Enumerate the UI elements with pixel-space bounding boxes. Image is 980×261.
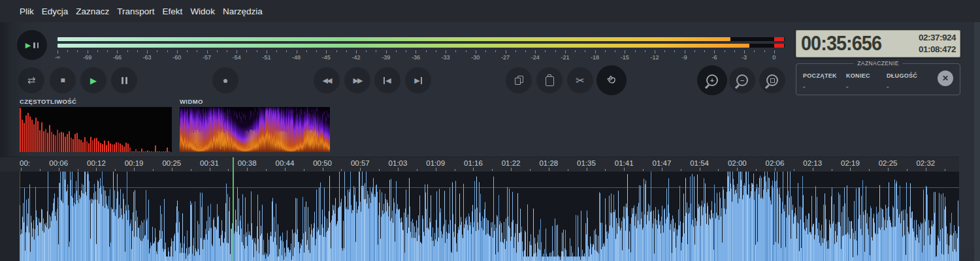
meter-minor-tick bbox=[426, 50, 427, 52]
selection-end-value: - bbox=[846, 82, 849, 90]
meter-minor-tick bbox=[635, 50, 636, 52]
ruler-time-label: 02:19 bbox=[841, 159, 860, 167]
spectrogram[interactable] bbox=[180, 107, 330, 152]
ruler-minor-tick bbox=[605, 169, 606, 171]
zoom-out-button[interactable]: – bbox=[729, 67, 755, 93]
ruler-major-tick bbox=[59, 168, 59, 171]
meter-minor-tick bbox=[346, 50, 347, 52]
skip-to-end-button[interactable]: ▶ bbox=[405, 67, 431, 93]
zoom-to-selection-button[interactable] bbox=[759, 67, 785, 93]
ruler-major-tick bbox=[737, 168, 738, 171]
audio-editor-app: Plik Edycja Zaznacz Transport Efekt Wido… bbox=[0, 0, 980, 261]
meter-scale-label: -18 bbox=[591, 54, 599, 61]
meter-minor-tick bbox=[127, 50, 128, 52]
meter-minor-tick bbox=[77, 50, 78, 52]
paste-button[interactable] bbox=[536, 67, 563, 93]
meter-minor-tick bbox=[545, 50, 546, 52]
meter-minor-tick bbox=[694, 50, 695, 52]
meter-major-tick bbox=[57, 50, 58, 54]
meter-major-tick bbox=[416, 50, 416, 54]
play-pause-button[interactable]: ▶ bbox=[17, 30, 47, 60]
meter-minor-tick bbox=[137, 50, 138, 52]
loop-button[interactable]: ⇄ bbox=[18, 67, 44, 93]
meter-peak-right bbox=[774, 44, 784, 48]
rewind-button[interactable]: ◀◀ bbox=[314, 67, 340, 93]
ruler-minor-tick bbox=[455, 169, 455, 171]
ruler-minor-tick bbox=[304, 169, 304, 171]
record-icon: ● bbox=[223, 75, 228, 85]
menu-narzedzia[interactable]: Narzędzia bbox=[223, 7, 263, 16]
meter-major-tick bbox=[297, 50, 297, 54]
meter-minor-tick bbox=[674, 50, 675, 52]
ruler-minor-tick bbox=[945, 169, 945, 171]
meter-minor-tick bbox=[585, 50, 585, 52]
meter-major-tick bbox=[774, 50, 775, 54]
meter-minor-tick bbox=[217, 50, 218, 52]
frequency-analyzer[interactable] bbox=[20, 107, 172, 152]
meter-major-tick bbox=[506, 50, 506, 54]
menu-efekt[interactable]: Efekt bbox=[163, 7, 183, 16]
spectrogram-label: WIDMO bbox=[180, 98, 203, 105]
ruler-minor-tick bbox=[417, 169, 417, 171]
ruler-minor-tick bbox=[40, 169, 41, 171]
meter-major-tick bbox=[565, 50, 566, 54]
meter-scale-label: -3 bbox=[742, 54, 747, 61]
loop-icon: ⇄ bbox=[27, 74, 36, 86]
meter-scale-label: -60 bbox=[172, 54, 181, 61]
vertical-scrollbar[interactable] bbox=[974, 22, 980, 261]
menu-transport[interactable]: Transport bbox=[117, 7, 154, 16]
meter-scale-label: -51 bbox=[262, 54, 270, 61]
track-start-marker bbox=[20, 172, 20, 261]
selection-start-label: POCZĄTEK bbox=[803, 72, 837, 79]
meter-minor-tick bbox=[645, 50, 645, 52]
ruler-minor-tick bbox=[341, 169, 342, 171]
hand-tool-button[interactable] bbox=[596, 65, 627, 95]
cut-button[interactable]: ✂ bbox=[567, 67, 593, 93]
time-display: 00:35:656 02:37:924 01:08:472 bbox=[796, 30, 960, 57]
playhead bbox=[233, 157, 234, 261]
record-button[interactable]: ● bbox=[212, 67, 238, 93]
ruler-time-label: 02:13 bbox=[803, 159, 822, 167]
menu-edycja[interactable]: Edycja bbox=[42, 7, 69, 16]
menu-zaznacz[interactable]: Zaznacz bbox=[76, 7, 109, 16]
meter-minor-tick bbox=[495, 50, 496, 52]
pause-button[interactable] bbox=[111, 67, 137, 93]
fast-forward-button[interactable]: ▶▶ bbox=[344, 67, 370, 93]
meter-minor-tick bbox=[306, 50, 307, 52]
meter-scale-label: -27 bbox=[501, 54, 510, 61]
zoom-in-button[interactable]: + bbox=[697, 65, 727, 95]
ruler-major-tick bbox=[813, 168, 813, 171]
meter-minor-tick bbox=[615, 50, 615, 52]
selection-close-button[interactable]: ✕ bbox=[938, 70, 953, 86]
meter-scale-label: 0 bbox=[772, 54, 776, 61]
copy-button[interactable] bbox=[506, 67, 532, 93]
ruler-minor-tick bbox=[153, 169, 154, 171]
frequency-analyzer-label: CZĘSTOTLIWOŚĆ bbox=[20, 98, 76, 105]
selection-start-value: - bbox=[803, 82, 806, 90]
lcd-secondary-time: 01:08:472 bbox=[919, 44, 956, 54]
meter-scale-label: -30 bbox=[471, 54, 480, 61]
ruler-time-label: 00:06 bbox=[49, 159, 68, 167]
meter-major-tick bbox=[326, 50, 327, 54]
menu-widok[interactable]: Widok bbox=[190, 7, 215, 16]
play-button[interactable]: ▶ bbox=[80, 67, 106, 93]
stop-button[interactable]: ■ bbox=[50, 67, 76, 93]
meter-minor-tick bbox=[197, 50, 197, 52]
meter-minor-tick bbox=[187, 50, 188, 52]
ruler-major-tick bbox=[436, 168, 436, 171]
ruler-major-tick bbox=[775, 168, 776, 171]
skip-to-start-button[interactable]: ◀ bbox=[374, 67, 400, 93]
ruler-minor-tick bbox=[492, 169, 493, 171]
fast-forward-icon: ▶▶ bbox=[353, 76, 362, 85]
meter-minor-tick bbox=[754, 50, 755, 52]
waveform[interactable] bbox=[20, 172, 959, 261]
ruler-minor-tick bbox=[907, 169, 907, 171]
menu-plik[interactable]: Plik bbox=[20, 7, 34, 16]
timeline-ruler[interactable]: 00:00:0600:1200:1900:2500:3100:3800:4400… bbox=[0, 157, 959, 172]
play-icon: ▶ bbox=[25, 42, 31, 49]
ruler-major-tick bbox=[285, 168, 286, 171]
meter-major-tick bbox=[476, 50, 476, 54]
meter-minor-tick bbox=[67, 50, 68, 52]
meter-major-tick bbox=[595, 50, 596, 54]
meter-scale-label: -9 bbox=[682, 54, 687, 61]
